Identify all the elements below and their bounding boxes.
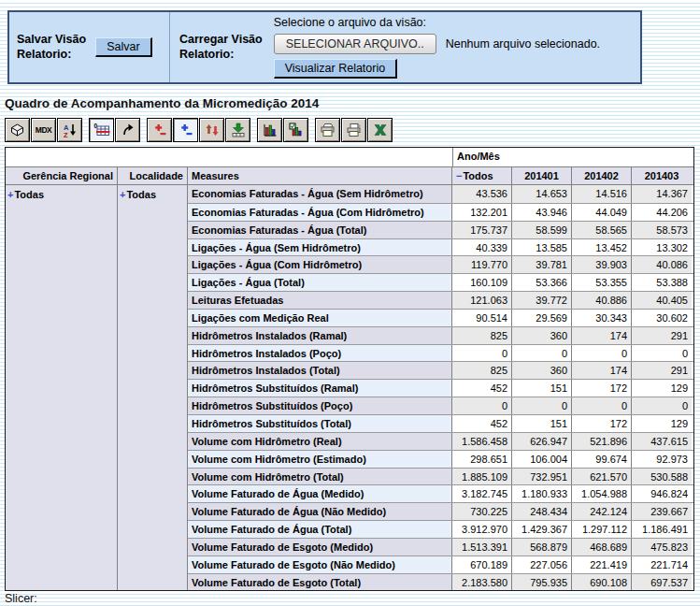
value-cell-todos: 90.514 <box>452 310 512 326</box>
value-cell-201402: 621.570 <box>572 469 632 485</box>
value-cell-201402: 172 <box>572 380 632 397</box>
chart-options-icon[interactable] <box>283 118 308 142</box>
drill-arrow-icon[interactable] <box>115 118 140 142</box>
measure-label: Ligações - Água (Com Hidrômetro) <box>188 256 452 273</box>
save-button[interactable]: Salvar <box>95 37 151 57</box>
pivot-table: Ano/Mês Gerência Regional Localidade Mea… <box>5 147 694 591</box>
localidade-header[interactable]: Localidade <box>118 167 188 184</box>
table-row: Ligações - Água (Com Hidrômetro) 119.770… <box>188 255 693 273</box>
value-cell-201402: 174 <box>572 327 632 344</box>
value-cell-todos: 0 <box>452 345 512 362</box>
table-row: Volume Faturado de Esgoto (Não Medido) 6… <box>188 556 693 573</box>
print-icon[interactable] <box>315 118 340 142</box>
value-cell-201401: 0 <box>512 397 572 414</box>
value-cell-todos: 670.189 <box>452 556 512 573</box>
value-cell-todos: 298.651 <box>452 451 512 468</box>
expand-collapse-blue-icon[interactable] <box>173 118 198 142</box>
value-cell-todos: 119.770 <box>452 256 512 273</box>
corner-cell <box>6 148 452 166</box>
value-cell-201401: 248.434 <box>512 503 572 520</box>
gerencia-regional-header[interactable]: Gerência Regional <box>6 167 118 184</box>
move-up-down-icon[interactable] <box>199 118 224 142</box>
measure-label: Ligações com Medição Real <box>188 310 452 326</box>
value-cell-201401: 732.951 <box>512 469 572 485</box>
value-cell-201403: 530.588 <box>632 469 692 485</box>
table-row: Volume com Hidrômetro (Estimado) 298.651… <box>188 450 693 468</box>
report-view-panel: Salvar Visão Relatorio: Salvar Carregar … <box>7 10 642 84</box>
value-cell-201403: 40.086 <box>632 256 692 273</box>
expand-collapse-red-icon[interactable] <box>147 118 172 142</box>
value-cell-201402: 13.452 <box>572 239 632 256</box>
value-cell-todos: 132.201 <box>452 204 512 221</box>
value-cell-201402: 53.355 <box>572 274 632 291</box>
month-column-header-201403[interactable]: 201403 <box>632 167 692 184</box>
collapse-icon[interactable]: − <box>456 170 462 181</box>
value-cell-201401: 568.879 <box>512 539 572 556</box>
value-cell-201402: 0 <box>572 397 632 414</box>
value-cell-todos: 3.912.970 <box>452 521 512 538</box>
value-cell-201403: 14.367 <box>632 185 692 203</box>
value-cell-201403: 946.824 <box>632 485 692 502</box>
value-cell-201402: 99.674 <box>572 451 632 468</box>
value-cell-201403: 697.537 <box>632 574 692 591</box>
value-cell-201403: 0 <box>632 397 692 414</box>
sort-az-icon[interactable]: AZ <box>57 118 82 142</box>
value-cell-201403: 30.602 <box>632 310 692 326</box>
todos-label: Todos <box>463 170 493 181</box>
bar-chart-icon[interactable] <box>257 118 282 142</box>
table-row: Volume Faturado de Água (Medido) 3.182.7… <box>188 484 693 502</box>
value-cell-201401: 14.653 <box>512 185 572 203</box>
table-row: Ligações com Medição Real 90.514 29.569 … <box>188 309 693 326</box>
print-preview-icon[interactable] <box>341 118 366 142</box>
table-row: Volume Faturado de Água (Não Medido) 730… <box>188 502 693 520</box>
save-view-label: Salvar Visão Relatorio: <box>17 33 86 62</box>
value-cell-201402: 14.516 <box>572 185 632 203</box>
localidade-cell[interactable]: +Todas <box>118 185 188 590</box>
measure-label: Volume Faturado de Esgoto (Medido) <box>188 539 452 556</box>
file-status-text: Nenhum arquivo selecionado. <box>446 37 600 50</box>
field-header-row: Gerência Regional Localidade Measures −T… <box>6 166 693 185</box>
value-cell-201402: 174 <box>572 362 632 379</box>
load-view-label: Carregar Visão Relatorio: <box>179 33 263 62</box>
expand-icon[interactable]: + <box>7 189 13 200</box>
value-cell-todos: 2.183.580 <box>452 574 512 591</box>
localidade-value: Todas <box>126 189 156 200</box>
value-cell-201402: 172 <box>572 415 632 432</box>
value-cell-todos: 175.737 <box>452 222 512 238</box>
measures-header[interactable]: Measures <box>188 167 452 184</box>
save-view-section: Salvar Visão Relatorio: Salvar <box>9 12 170 82</box>
select-file-button[interactable]: SELECIONAR ARQUIVO.. <box>274 34 436 54</box>
todos-column-header[interactable]: −Todos <box>452 167 512 184</box>
measure-label: Volume Faturado de Água (Total) <box>188 521 452 538</box>
value-cell-201401: 1.180.933 <box>512 485 572 502</box>
suppress-empty-grid-icon[interactable]: 0 <box>89 118 114 142</box>
excel-export-icon[interactable] <box>367 118 393 142</box>
mdx-button[interactable]: MDX <box>31 118 56 142</box>
measure-label: Hidrômetros Substituídos (Total) <box>188 415 452 432</box>
value-cell-201403: 92.973 <box>632 451 692 468</box>
value-cell-201403: 129 <box>632 380 692 397</box>
measure-label: Volume Faturado de Água (Não Medido) <box>188 503 452 520</box>
view-report-button[interactable]: Visualizar Relatorio <box>274 59 397 79</box>
value-cell-todos: 1.885.109 <box>452 469 512 485</box>
value-cell-201401: 58.599 <box>512 222 572 238</box>
expand-icon[interactable]: + <box>120 189 125 200</box>
value-cell-201403: 58.573 <box>632 222 692 238</box>
value-cell-201401: 39.772 <box>512 292 572 309</box>
value-cell-201401: 29.569 <box>512 310 572 326</box>
table-row: Hidrômetros Instalados (Ramal) 825 360 1… <box>188 326 693 344</box>
value-cell-201401: 106.004 <box>512 451 572 468</box>
column-dimension-header[interactable]: Ano/Mês <box>452 148 693 166</box>
cube-icon[interactable] <box>5 118 30 142</box>
month-column-header-201402[interactable]: 201402 <box>572 167 632 184</box>
value-cell-201401: 43.946 <box>512 204 572 221</box>
value-cell-201403: 44.206 <box>632 204 692 221</box>
value-cell-201403: 437.615 <box>632 433 692 450</box>
month-column-header-201401[interactable]: 201401 <box>512 167 572 184</box>
measure-label: Hidrômetros Substituídos (Poço) <box>188 397 452 414</box>
gerencia-regional-cell[interactable]: +Todas <box>6 185 118 590</box>
export-table-icon[interactable] <box>225 118 250 142</box>
page-title: Quadro de Acompanhamento da Micromedição… <box>5 96 319 110</box>
table-row: Economias Faturadas - Água (Com Hidrômet… <box>188 203 693 221</box>
value-cell-todos: 730.225 <box>452 503 512 520</box>
